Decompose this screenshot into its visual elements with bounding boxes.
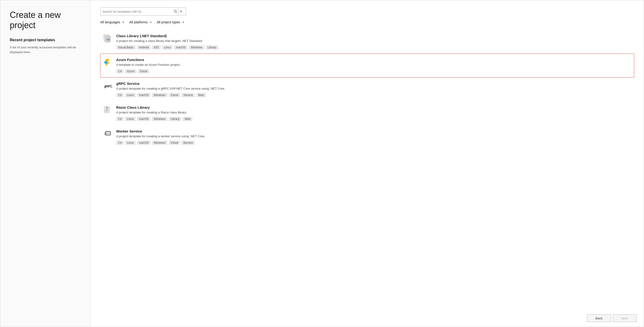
template-item-grpc-service[interactable]: gRPC gRPC Service A project template for…: [100, 78, 634, 101]
class-library-icon: VB: [103, 34, 113, 43]
template-tag: Cloud: [169, 93, 180, 97]
template-tags: C#LinuxmacOSWindowsCloudServiceWeb: [103, 93, 631, 97]
template-info: Razor Class Library A project template f…: [116, 105, 631, 115]
template-tag: Windows: [152, 117, 167, 121]
template-header: Azure Functions A template to create an …: [103, 58, 631, 67]
template-tag: Linux: [125, 93, 136, 97]
template-name: Razor Class Library: [116, 105, 631, 109]
template-tag: C#: [116, 69, 124, 73]
template-item-azure-functions[interactable]: Azure Functions A template to create an …: [100, 54, 634, 78]
template-tag: Linux: [162, 45, 173, 50]
template-tag: Cloud: [138, 69, 149, 73]
template-name: Azure Functions: [116, 58, 631, 62]
template-desc: A project template for creating a gRPC A…: [116, 87, 631, 91]
grpc-icon-text: gRPC: [104, 84, 112, 88]
recent-templates-heading: Recent project templates: [10, 38, 81, 42]
template-tag: Windows: [152, 93, 167, 97]
search-button[interactable]: [173, 10, 178, 13]
svg-text:@: @: [106, 107, 107, 109]
svg-line-1: [176, 12, 177, 13]
filter-platforms[interactable]: All platforms ▼: [129, 20, 152, 24]
template-tag: macOS: [137, 93, 150, 97]
filter-platforms-label: All platforms: [129, 20, 148, 24]
back-button[interactable]: Back: [587, 314, 611, 322]
template-info: Worker Service A project template for cr…: [116, 129, 631, 138]
template-desc: A template to create an Azure Function p…: [116, 63, 631, 67]
razor-icon: @: [103, 105, 113, 115]
search-row: ▼: [100, 8, 634, 16]
template-tag: Android: [137, 45, 150, 50]
template-tag: macOS: [137, 117, 150, 121]
template-tags: Visual BasicAndroidiOSLinuxmacOSWindowsL…: [103, 45, 631, 50]
next-button[interactable]: Next: [613, 314, 636, 322]
template-desc: A project template for creating a Razor …: [116, 110, 631, 115]
template-info: gRPC Service A project template for crea…: [116, 82, 631, 91]
filter-project-types-label: All project types: [157, 20, 180, 24]
template-item-class-library[interactable]: VB Class Library (.NET Standard) A proje…: [100, 30, 634, 54]
template-tag: Library: [169, 117, 182, 121]
filter-platforms-arrow: ▼: [150, 21, 152, 24]
svg-text:VB: VB: [107, 38, 110, 41]
template-tag: macOS: [174, 45, 187, 50]
template-info: Class Library (.NET Standard) A project …: [116, 34, 631, 43]
template-name: gRPC Service: [116, 82, 631, 86]
template-tag: Windows: [152, 141, 167, 145]
search-icon: [174, 10, 177, 13]
template-tag: Linux: [125, 117, 136, 121]
filter-languages-label: All languages: [100, 20, 120, 24]
template-list: VB Class Library (.NET Standard) A proje…: [100, 30, 634, 149]
template-header: gRPC gRPC Service A project template for…: [103, 82, 631, 91]
template-tags: C#AzureCloud: [103, 69, 631, 73]
svg-rect-11: [105, 111, 108, 111]
svg-rect-16: [106, 132, 110, 134]
worker-icon: [103, 129, 113, 139]
template-tag: macOS: [137, 141, 150, 145]
template-tag: C#: [116, 117, 124, 121]
bottom-bar: Back Next: [587, 314, 636, 322]
template-tag: Web: [196, 93, 206, 97]
filter-languages[interactable]: All languages ▼: [100, 20, 124, 24]
azure-functions-icon: [103, 58, 113, 67]
template-tag: Cloud: [169, 141, 180, 145]
search-dropdown-arrow: ▼: [180, 10, 182, 13]
template-header: VB Class Library (.NET Standard) A proje…: [103, 34, 631, 43]
template-name: Worker Service: [116, 129, 631, 133]
template-tag: Linux: [125, 141, 136, 145]
template-tag: C#: [116, 93, 124, 97]
page-title: Create a new project: [10, 10, 81, 30]
template-info: Azure Functions A template to create an …: [116, 58, 631, 67]
right-panel: ▼ All languages ▼ All platforms ▼ All pr…: [91, 0, 644, 327]
template-desc: A project template for creating a worker…: [116, 134, 631, 138]
search-box: ▼: [100, 8, 186, 16]
template-name: Class Library (.NET Standard): [116, 34, 631, 38]
svg-rect-10: [105, 110, 108, 110]
template-tag: Web: [182, 117, 192, 121]
template-tag: Service: [182, 141, 195, 145]
template-header: Worker Service A project template for cr…: [103, 129, 631, 139]
template-tag: Azure: [125, 69, 136, 73]
template-tag: Visual Basic: [116, 45, 136, 50]
recent-templates-description: A list of your recently accessed templat…: [10, 45, 81, 54]
filter-languages-arrow: ▼: [122, 21, 124, 24]
template-header: @ Razor Class Library A project template…: [103, 105, 631, 115]
template-tag: Windows: [189, 45, 204, 50]
template-tags: C#LinuxmacOSWindowsCloudService: [103, 141, 631, 145]
template-tag: C#: [116, 141, 124, 145]
filter-project-types-arrow: ▼: [182, 21, 184, 24]
template-tag: Library: [206, 45, 218, 50]
template-tags: C#LinuxmacOSWindowsLibraryWeb: [103, 117, 631, 121]
template-tag: iOS: [152, 45, 161, 50]
main-container: Create a new project Recent project temp…: [0, 0, 644, 327]
template-item-razor-class-library[interactable]: @ Razor Class Library A project template…: [100, 101, 634, 125]
template-item-worker-service[interactable]: Worker Service A project template for cr…: [100, 125, 634, 149]
filter-row: All languages ▼ All platforms ▼ All proj…: [100, 20, 634, 24]
template-tag: Service: [182, 93, 195, 97]
filter-project-types[interactable]: All project types ▼: [157, 20, 184, 24]
search-dropdown-button[interactable]: ▼: [178, 8, 184, 15]
left-panel: Create a new project Recent project temp…: [0, 0, 91, 327]
template-desc: A project for creating a class library t…: [116, 39, 631, 43]
search-input[interactable]: [102, 10, 173, 13]
grpc-icon: gRPC: [103, 82, 113, 91]
